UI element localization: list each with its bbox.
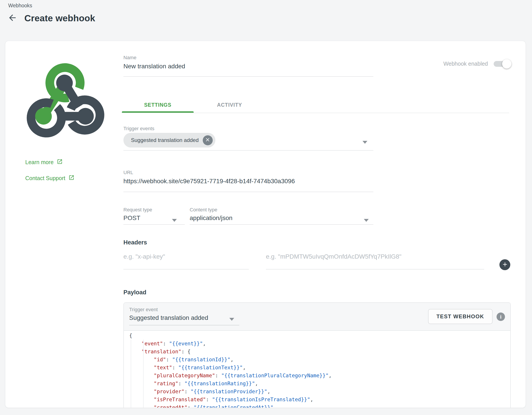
- request-type-underline: [124, 224, 185, 225]
- trigger-events-underline: [124, 150, 373, 151]
- trigger-event-chip[interactable]: Suggested translation added: [124, 133, 215, 148]
- tab-activity[interactable]: ACTIVITY: [194, 97, 266, 113]
- payload-trigger-event-caret[interactable]: [229, 318, 234, 321]
- url-underline: [124, 192, 373, 192]
- breadcrumb[interactable]: Webhooks: [8, 3, 32, 9]
- webhook-enabled-toggle[interactable]: [494, 61, 510, 67]
- payload-panel: Trigger event Suggested translation adde…: [124, 302, 511, 408]
- headers-heading: Headers: [124, 239, 147, 246]
- toggle-thumb: [502, 59, 511, 69]
- name-input[interactable]: New translation added: [124, 63, 185, 70]
- contact-support-label: Contact Support: [25, 175, 65, 181]
- header-key-underline: [124, 269, 249, 269]
- payload-trigger-event-select[interactable]: Suggested translation added: [129, 314, 208, 321]
- payload-trigger-event-underline: [129, 325, 239, 325]
- webhook-logo: [21, 56, 108, 143]
- arrow-back-icon: [8, 13, 17, 23]
- payload-code-editor[interactable]: { "event": "{{event}}", "translation": {…: [124, 331, 510, 408]
- close-icon: [205, 137, 210, 144]
- learn-more-label: Learn more: [25, 159, 54, 166]
- webhook-enabled-row: Webhook enabled: [443, 60, 510, 67]
- info-icon[interactable]: i: [496, 313, 505, 321]
- test-webhook-button[interactable]: TEST WEBHOOK: [428, 309, 493, 324]
- contact-support-link[interactable]: Contact Support: [25, 175, 75, 182]
- indent-guide: [143, 340, 143, 408]
- page-title: Create webhook: [24, 13, 95, 23]
- request-type-label: Request type: [124, 207, 152, 213]
- webhook-enabled-label: Webhook enabled: [443, 60, 488, 67]
- content-type-underline: [190, 224, 373, 225]
- create-webhook-card: Learn more Contact Support Name New tran…: [5, 41, 526, 408]
- name-label: Name: [124, 55, 136, 60]
- header-value-input[interactable]: [266, 251, 484, 262]
- title-bar: Create webhook: [7, 12, 95, 24]
- header-key-input[interactable]: [124, 251, 249, 262]
- content-type-select[interactable]: application/json: [190, 215, 232, 222]
- payload-heading: Payload: [124, 289, 146, 296]
- payload-panel-header: Trigger event Suggested translation adde…: [124, 303, 510, 331]
- plus-icon: [502, 261, 508, 269]
- request-type-caret[interactable]: [172, 219, 177, 222]
- tab-bar: SETTINGS ACTIVITY: [122, 97, 266, 113]
- content-type-caret[interactable]: [364, 219, 369, 222]
- chip-label: Suggested translation added: [131, 137, 199, 143]
- url-input[interactable]: https://webhook.site/c9e75921-7719-4f28-…: [124, 178, 295, 185]
- learn-more-link[interactable]: Learn more: [25, 158, 63, 166]
- content-type-label: Content type: [190, 207, 217, 213]
- indent-guide: [131, 340, 131, 408]
- back-button[interactable]: [7, 12, 18, 24]
- chip-remove-button[interactable]: [203, 135, 213, 145]
- url-label: URL: [124, 170, 133, 176]
- open-in-new-icon: [57, 158, 63, 166]
- trigger-events-dropdown-caret[interactable]: [362, 141, 367, 144]
- payload-trigger-event-label: Trigger event: [129, 307, 158, 313]
- header-value-underline: [266, 269, 484, 269]
- tab-divider: [122, 113, 509, 113]
- trigger-events-label: Trigger events: [124, 126, 154, 131]
- add-header-button[interactable]: [499, 259, 510, 270]
- request-type-select[interactable]: POST: [124, 215, 140, 222]
- open-in-new-icon: [68, 175, 75, 182]
- tab-settings[interactable]: SETTINGS: [122, 97, 194, 113]
- name-underline: [124, 76, 373, 77]
